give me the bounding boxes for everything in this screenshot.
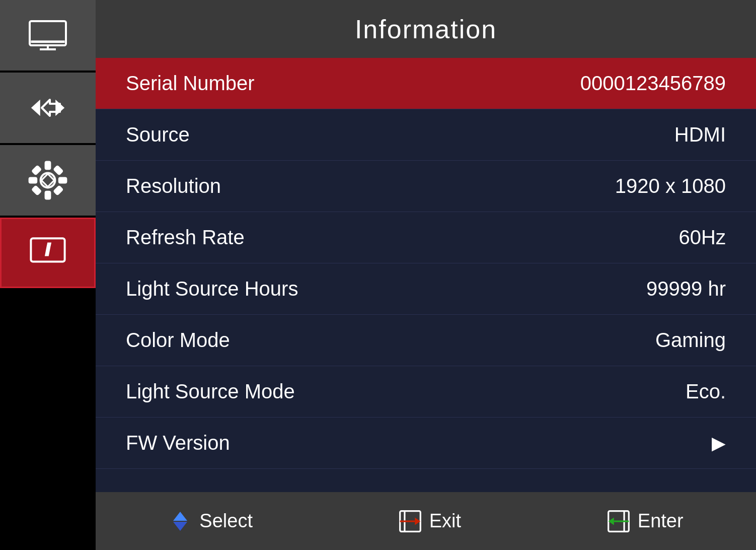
row-fw-version[interactable]: FW Version ▶ xyxy=(96,418,756,469)
information-icon: i xyxy=(28,233,68,273)
sidebar-item-settings[interactable] xyxy=(0,145,96,216)
signal-icon xyxy=(28,88,68,128)
sidebar-item-information[interactable]: i xyxy=(0,218,96,288)
label-refresh-rate: Refresh Rate xyxy=(126,226,245,249)
svg-rect-4 xyxy=(32,41,64,42)
value-source: HDMI xyxy=(674,123,726,146)
svg-point-8 xyxy=(41,173,55,188)
exit-button[interactable]: Exit xyxy=(398,509,461,533)
sidebar-item-display[interactable] xyxy=(0,0,96,71)
svg-rect-11 xyxy=(29,178,36,183)
value-resolution: 1920 x 1080 xyxy=(615,175,726,197)
value-refresh-rate: 60Hz xyxy=(679,226,726,249)
select-button[interactable]: Select xyxy=(168,509,253,533)
svg-marker-23 xyxy=(415,517,420,525)
main-panel: Information Serial Number 0000123456789 … xyxy=(96,0,756,550)
row-refresh-rate[interactable]: Refresh Rate 60Hz xyxy=(96,212,756,263)
label-source: Source xyxy=(126,123,190,146)
fw-version-arrow: ▶ xyxy=(712,433,726,454)
label-light-source-hours: Light Source Hours xyxy=(126,278,298,300)
sidebar-item-signal[interactable] xyxy=(0,73,96,143)
svg-rect-10 xyxy=(45,191,50,198)
value-light-source-mode: Eco. xyxy=(686,380,726,403)
select-icon xyxy=(168,509,192,533)
select-label: Select xyxy=(199,510,253,532)
svg-rect-16 xyxy=(54,186,62,195)
select-arrows-icon xyxy=(173,512,187,531)
label-serial-number: Serial Number xyxy=(126,72,255,95)
info-list: Serial Number 0000123456789 Source HDMI … xyxy=(96,58,756,492)
enter-button[interactable]: Enter xyxy=(607,509,684,533)
value-light-source-hours: 99999 hr xyxy=(646,278,726,300)
label-resolution: Resolution xyxy=(126,175,221,197)
row-source[interactable]: Source HDMI xyxy=(96,109,756,161)
value-color-mode: Gaming xyxy=(655,329,726,352)
svg-rect-12 xyxy=(59,178,66,183)
enter-icon-svg xyxy=(607,508,631,534)
arrow-up-icon xyxy=(173,512,187,521)
enter-label: Enter xyxy=(638,510,684,532)
label-color-mode: Color Mode xyxy=(126,329,230,352)
enter-icon xyxy=(607,509,631,533)
row-resolution[interactable]: Resolution 1920 x 1080 xyxy=(96,161,756,212)
arrow-down-icon xyxy=(173,522,187,531)
svg-rect-14 xyxy=(54,166,62,175)
row-color-mode[interactable]: Color Mode Gaming xyxy=(96,315,756,366)
label-fw-version: FW Version xyxy=(126,432,230,454)
exit-label: Exit xyxy=(429,510,461,532)
row-light-source-hours[interactable]: Light Source Hours 99999 hr xyxy=(96,263,756,315)
exit-icon-svg xyxy=(398,508,422,534)
label-light-source-mode: Light Source Mode xyxy=(126,380,295,403)
value-serial-number: 0000123456789 xyxy=(580,72,726,95)
sidebar: i xyxy=(0,0,96,550)
svg-text:i: i xyxy=(45,240,50,259)
svg-marker-27 xyxy=(608,517,614,525)
svg-rect-15 xyxy=(32,186,41,195)
row-serial-number[interactable]: Serial Number 0000123456789 xyxy=(96,58,756,109)
svg-rect-13 xyxy=(32,166,41,175)
svg-marker-6 xyxy=(32,101,40,115)
display-icon xyxy=(28,15,68,55)
header: Information xyxy=(96,0,756,58)
page-title: Information xyxy=(355,14,497,44)
svg-marker-7 xyxy=(56,101,64,115)
row-light-source-mode[interactable]: Light Source Mode Eco. xyxy=(96,366,756,418)
exit-icon xyxy=(398,509,422,533)
svg-rect-9 xyxy=(45,162,50,169)
footer: Select Exit En xyxy=(96,492,756,550)
gear-icon xyxy=(28,160,68,200)
